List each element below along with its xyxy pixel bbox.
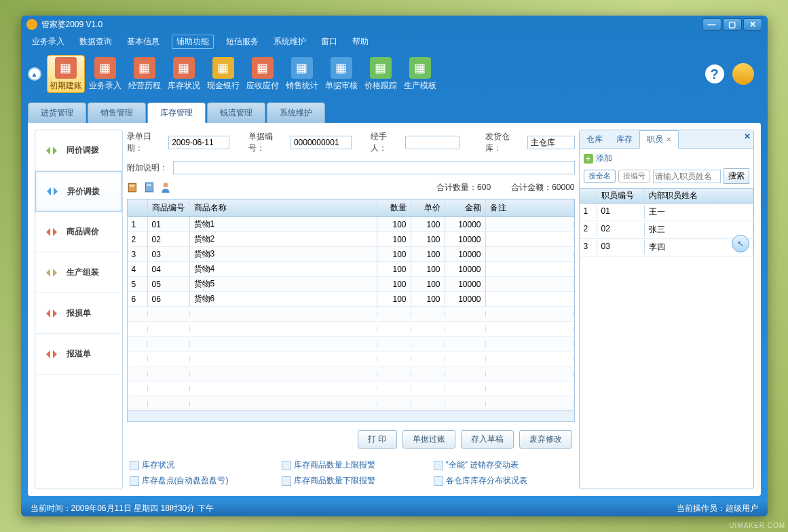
menu-item[interactable]: 窗口 xyxy=(318,35,340,49)
toolbar-button[interactable]: ▦库存状况 xyxy=(165,55,203,93)
person-icon[interactable] xyxy=(160,181,172,193)
right-tab[interactable]: 仓库 xyxy=(580,130,609,148)
warehouse-input[interactable] xyxy=(527,136,575,149)
table-row-empty xyxy=(128,352,574,366)
grid-header[interactable]: 金额 xyxy=(445,200,486,216)
filter-code-button[interactable]: 按编号 xyxy=(618,170,650,183)
rgrid-header[interactable]: 内部职员姓名 xyxy=(645,189,753,203)
table-row[interactable]: 606货物610010010000 xyxy=(128,292,574,307)
toolbar-button[interactable]: ▦业务录入 xyxy=(86,55,124,93)
table-row[interactable]: 101货物110010010000 xyxy=(128,217,574,232)
note-input[interactable] xyxy=(173,161,575,174)
toolbar-button[interactable]: ▦初期建账 xyxy=(47,55,85,93)
globe-icon[interactable] xyxy=(732,63,754,85)
grid-header[interactable]: 商品名称 xyxy=(190,200,377,216)
status-user: 超级用户 xyxy=(726,504,758,513)
sidenav-item[interactable]: 报损单 xyxy=(35,293,122,334)
panel-close-icon[interactable]: ✕ xyxy=(744,132,751,141)
tool-icon: ▦ xyxy=(409,57,431,79)
module-tab[interactable]: 销售管理 xyxy=(88,102,146,123)
search-button[interactable]: 搜索 xyxy=(724,168,749,184)
grid-header[interactable]: 数量 xyxy=(377,200,411,216)
toolbar-button[interactable]: ▦销售统计 xyxy=(283,55,321,93)
handler-input[interactable] xyxy=(405,136,459,149)
table-row-empty xyxy=(128,307,574,322)
total-amt-value: 60000 xyxy=(552,183,574,192)
date-input[interactable] xyxy=(168,136,229,149)
link-item[interactable]: 各仓库库存分布状况表 xyxy=(434,475,572,487)
grid-header[interactable]: 单价 xyxy=(411,200,445,216)
action-button[interactable]: 存入草稿 xyxy=(461,430,514,449)
action-button[interactable]: 单据过账 xyxy=(402,430,455,449)
link-item[interactable]: 库存商品数量上限报警 xyxy=(282,459,420,471)
sidenav-item[interactable]: 报溢单 xyxy=(35,334,122,375)
module-tab[interactable]: 进货管理 xyxy=(28,102,86,123)
toolbar-button[interactable]: ▦经营历程 xyxy=(126,55,164,93)
minimize-button[interactable]: — xyxy=(702,18,721,31)
menu-item[interactable]: 系统维护 xyxy=(271,35,309,49)
sidenav-item[interactable]: 同价调拨 xyxy=(35,130,122,171)
link-item[interactable]: 库存状况 xyxy=(130,459,268,471)
sidenav-icon xyxy=(43,265,60,281)
toolbar-button[interactable]: ▦生产模板 xyxy=(401,55,439,93)
tool-icon: ▦ xyxy=(291,57,313,79)
toolbar-button[interactable]: ▦现金银行 xyxy=(204,55,242,93)
menu-item[interactable]: 业务录入 xyxy=(29,35,67,49)
sidenav-item[interactable]: 生产组装 xyxy=(35,252,122,293)
toolbar-button[interactable]: ▦应收应付 xyxy=(244,55,282,93)
grid-header[interactable]: 备注 xyxy=(486,200,574,216)
link-item[interactable]: 库存商品数量下限报警 xyxy=(282,475,420,487)
total-qty-label: 合计数量： xyxy=(436,183,477,192)
toolbar: ▦初期建账▦业务录入▦经营历程▦库存状况▦现金银行▦应收应付▦销售统计▦单据审核… xyxy=(44,52,704,96)
table-row[interactable]: 404货物410010010000 xyxy=(128,262,574,277)
module-tab[interactable]: 系统维护 xyxy=(267,102,325,123)
building2-icon[interactable] xyxy=(143,181,155,193)
table-row[interactable]: 303货物310010010000 xyxy=(128,247,574,262)
module-tab[interactable]: 钱流管理 xyxy=(207,102,265,123)
module-tab[interactable]: 库存管理 xyxy=(147,102,206,123)
app-icon xyxy=(26,19,37,30)
menu-item[interactable]: 辅助功能 xyxy=(172,35,214,49)
toolbar-button[interactable]: ▦单据审核 xyxy=(322,55,360,93)
building1-icon[interactable] xyxy=(127,181,139,193)
sidenav-item[interactable]: 商品调价 xyxy=(35,212,122,252)
add-button[interactable]: + 添加 xyxy=(580,149,753,168)
docno-input[interactable] xyxy=(290,136,352,149)
sidenav-item[interactable]: 异价调拨 xyxy=(35,171,122,212)
right-tab[interactable]: 职员✕ xyxy=(639,130,679,149)
scroll-up-icon[interactable]: ↖ xyxy=(732,235,749,252)
search-input[interactable] xyxy=(653,170,721,183)
report-icon xyxy=(282,476,291,486)
menu-item[interactable]: 数据查询 xyxy=(77,35,115,49)
grid-header[interactable]: 商品编号 xyxy=(148,200,190,216)
link-item[interactable]: "全能" 进销存变动表 xyxy=(434,459,572,471)
collapse-toolbar-icon[interactable]: ▲ xyxy=(28,67,41,81)
right-tab[interactable]: 库存 xyxy=(609,130,639,148)
report-icon xyxy=(282,461,291,470)
watermark: UIMAKER.COM xyxy=(729,522,785,529)
menu-item[interactable]: 短信服务 xyxy=(223,35,261,49)
close-button[interactable]: ✕ xyxy=(743,18,762,31)
table-row[interactable]: 202货物210010010000 xyxy=(128,232,574,247)
action-button[interactable]: 打 印 xyxy=(358,430,396,449)
staff-row[interactable]: 202张三 xyxy=(580,221,753,239)
filter-all-button[interactable]: 按全名 xyxy=(584,170,616,183)
tab-close-icon[interactable]: ✕ xyxy=(666,136,671,143)
help-icon[interactable]: ? xyxy=(704,63,726,85)
tool-icon: ▦ xyxy=(134,57,155,79)
docno-label: 单据编号： xyxy=(248,131,285,154)
staff-row[interactable]: 101王一 xyxy=(580,204,753,221)
maximize-button[interactable]: ▢ xyxy=(723,18,742,31)
table-row[interactable]: 505货物510010010000 xyxy=(128,277,574,292)
action-button[interactable]: 废弃修改 xyxy=(519,430,572,449)
grid-scrollbar[interactable] xyxy=(128,411,574,421)
rgrid-header[interactable]: 职员编号 xyxy=(597,189,645,203)
rgrid-header[interactable] xyxy=(580,189,597,203)
table-row-empty xyxy=(128,322,574,337)
grid-header[interactable] xyxy=(128,200,148,216)
link-item[interactable]: 库存盘点(自动盘盈盘亏) xyxy=(130,475,268,487)
staff-row[interactable]: 303李四 xyxy=(580,239,753,256)
menu-item[interactable]: 基本信息 xyxy=(124,35,162,49)
menu-item[interactable]: 帮助 xyxy=(350,35,371,49)
toolbar-button[interactable]: ▦价格跟踪 xyxy=(362,55,400,93)
